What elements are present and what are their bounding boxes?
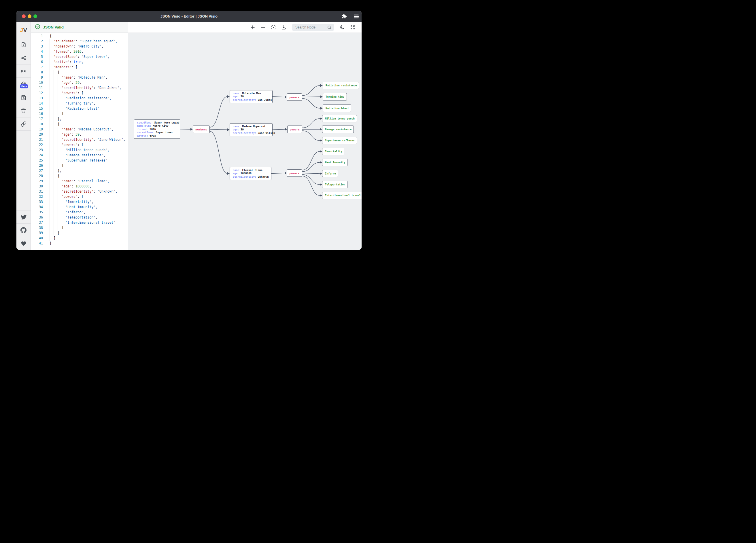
node-row: name: Molecule Man <box>233 92 269 95</box>
json-code-editor[interactable]: 1{2 "squadName": "Super hero squad",3 "h… <box>31 33 128 250</box>
line-number: 18 <box>31 122 43 127</box>
code-content: "Immortality", <box>43 199 93 205</box>
graph-node-leaf-7[interactable]: Immortality <box>322 148 344 155</box>
code-content: "age": 39, <box>43 132 82 137</box>
graph-node-leaf-3[interactable]: Radiation blast <box>323 105 351 112</box>
graph-canvas[interactable]: squadName: Super hero squadhomeTown: Met… <box>128 22 362 250</box>
line-number: 1 <box>31 33 43 39</box>
code-content: { <box>43 122 60 127</box>
canvas-toolbar <box>128 22 362 33</box>
extensions-icon[interactable] <box>341 14 347 19</box>
line-number: 15 <box>31 106 43 111</box>
app-logo[interactable]: JV <box>16 22 31 38</box>
node-row: name: Madame Uppercut <box>233 125 269 128</box>
sidebar-item-new-document[interactable] <box>16 38 31 51</box>
code-content: "secretBase": "Super tower", <box>43 54 109 59</box>
sidebar-item-twitter[interactable] <box>16 210 31 224</box>
code-content: { <box>43 33 52 39</box>
node-row: age: 1000000 <box>233 172 268 175</box>
link-icon <box>21 121 27 127</box>
graph-node-member-2[interactable]: name: Madame Uppercutage: 39secretIdenti… <box>230 123 273 136</box>
line-number: 28 <box>31 173 43 179</box>
graph-node-member-3[interactable]: name: Eternal Flameage: 1000000secretIde… <box>230 167 271 180</box>
graph-node-leaf-6[interactable]: Superhuman reflexes <box>322 137 357 144</box>
graph-node-root[interactable]: squadName: Super hero squadhomeTown: Met… <box>134 120 180 139</box>
graph-node-powers-1[interactable]: powers <box>287 93 302 101</box>
code-content: "formed": 2016, <box>43 49 84 54</box>
sidebar-item-delete[interactable] <box>16 104 31 118</box>
share-nodes-icon <box>21 55 27 61</box>
fullscreen-button[interactable] <box>350 25 355 30</box>
node-row: homeTown: Metro City <box>137 124 177 128</box>
graph-node-leaf-10[interactable]: Teleportation <box>322 181 347 188</box>
graph-node-leaf-11[interactable]: Interdimensional travel <box>322 192 362 199</box>
graph-node-leaf-8[interactable]: Heat Immunity <box>322 159 347 166</box>
graph-node-leaf-2[interactable]: Turning tiny <box>323 93 347 101</box>
zoom-in-button[interactable] <box>250 25 255 30</box>
dark-mode-button[interactable] <box>340 25 345 30</box>
code-line: 10 "age": 29, <box>31 80 128 85</box>
titlebar: JSON Visio - Editor | JSON Visio <box>16 11 362 22</box>
download-button[interactable] <box>281 25 286 30</box>
code-content: "powers": [ <box>43 194 84 199</box>
code-line: 14 "Turning tiny", <box>31 101 128 106</box>
graph-node-leaf-5[interactable]: Damage resistance <box>322 126 354 133</box>
code-line: 31 "secretIdentity": "Unknown", <box>31 189 128 194</box>
graph-node-powers-2[interactable]: powers <box>287 126 302 133</box>
search-icon[interactable] <box>327 25 332 31</box>
code-line: 19 "name": "Madame Uppercut", <box>31 127 128 132</box>
code-content: "active": true, <box>43 59 84 65</box>
code-line: 24 "Damage resistance", <box>31 153 128 158</box>
sidebar-item-collapse[interactable] <box>16 65 31 78</box>
code-line: 26 ] <box>31 163 128 168</box>
sidebar-item-save[interactable] <box>16 91 31 104</box>
code-content: "Superhuman reflexes" <box>43 158 107 163</box>
window-title: JSON Visio - Editor | JSON Visio <box>16 14 362 18</box>
code-content: "Million tonne punch", <box>43 148 109 153</box>
sidebar-item-link[interactable] <box>16 118 31 131</box>
node-row: secretIdentity: Unknown <box>233 175 268 179</box>
sidebar-item-github[interactable] <box>16 224 31 237</box>
line-number: 16 <box>31 111 43 116</box>
graph-node-members[interactable]: members <box>193 126 210 133</box>
line-number: 29 <box>31 179 43 184</box>
graph-node-leaf-4[interactable]: Million tonne punch <box>322 115 357 122</box>
code-line: 5 "secretBase": "Super tower", <box>31 54 128 59</box>
line-number: 24 <box>31 153 43 158</box>
sidebar-item-share-graph[interactable] <box>16 51 31 65</box>
code-line: 3 "homeTown": "Metro City", <box>31 44 128 49</box>
graph-node-member-1[interactable]: name: Molecule Manage: 29secretIdentity:… <box>230 90 273 103</box>
code-content: "Radiation resistance", <box>43 96 111 101</box>
sidebar-item-sponsor[interactable] <box>16 237 31 250</box>
line-number: 35 <box>31 210 43 215</box>
menu-icon[interactable] <box>354 14 359 19</box>
code-line: 16 ] <box>31 111 128 116</box>
line-number: 37 <box>31 220 43 225</box>
line-number: 10 <box>31 80 43 85</box>
line-number: 12 <box>31 90 43 96</box>
sidebar-item-live-transform[interactable]: Beta <box>16 78 31 91</box>
code-content: { <box>43 173 60 179</box>
line-number: 22 <box>31 142 43 148</box>
line-number: 4 <box>31 49 43 54</box>
center-view-button[interactable] <box>271 25 276 30</box>
save-icon <box>21 95 27 101</box>
line-number: 13 <box>31 96 43 101</box>
code-line: 41} <box>31 241 128 246</box>
code-line: 25 "Superhuman reflexes" <box>31 158 128 163</box>
line-number: 23 <box>31 148 43 153</box>
code-content: ] <box>43 111 63 116</box>
line-number: 30 <box>31 184 43 189</box>
line-number: 19 <box>31 127 43 132</box>
node-row: secretIdentity: Jane Wilson <box>233 132 269 135</box>
graph-node-leaf-1[interactable]: Radiation resistance <box>323 82 359 89</box>
zoom-out-button[interactable] <box>260 25 266 30</box>
code-content: "secretIdentity": "Unknown", <box>43 189 117 194</box>
code-content: "Radiation blast" <box>43 106 99 111</box>
line-number: 27 <box>31 168 43 173</box>
graph-node-powers-3[interactable]: powers <box>287 169 302 177</box>
node-row: secretBase: Super tower <box>137 131 177 134</box>
line-number: 8 <box>31 70 43 75</box>
graph-node-leaf-9[interactable]: Inferno <box>322 170 338 177</box>
code-content: "Heat Immunity", <box>43 205 97 210</box>
